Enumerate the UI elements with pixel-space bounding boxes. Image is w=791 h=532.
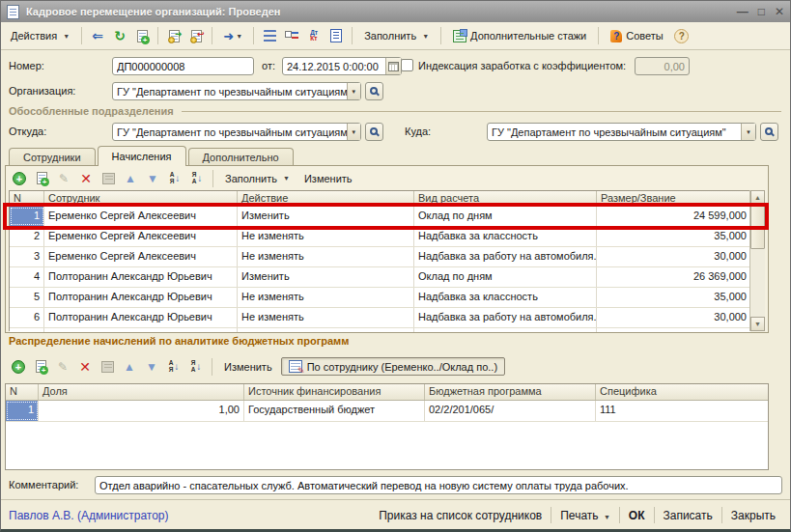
scroll-down-icon[interactable]: ▼ — [750, 317, 765, 331]
post-button[interactable]: ↻ — [110, 26, 129, 45]
scroll-up-icon[interactable]: ▲ — [750, 190, 765, 205]
accruals-table: N Сотрудник Действие Вид расчета Размер/… — [9, 190, 750, 331]
go-to-icon: ➜ — [223, 29, 234, 43]
accruals-change-button[interactable]: Изменить — [298, 170, 358, 187]
table-row[interactable]: 7 — [10, 328, 750, 332]
settings-list-button[interactable] — [282, 26, 301, 45]
move-up-button[interactable]: ▲ — [120, 357, 139, 377]
edit-row-button[interactable]: ✎ — [54, 169, 73, 188]
ok-button[interactable]: ОК — [622, 506, 652, 525]
order-list-button[interactable]: Приказ на список сотрудников — [372, 506, 549, 525]
column-header[interactable]: Бюджетная программа — [425, 384, 596, 400]
organization-combo[interactable]: ГУ "Департамент по чрезвычайным ситуация… — [112, 82, 361, 100]
accruals-scrollbar[interactable]: ▲ ▼ — [749, 190, 765, 331]
minimize-icon[interactable]: — — [737, 5, 749, 18]
column-header[interactable]: N — [10, 191, 44, 206]
sort-desc-button[interactable]: ЯА↓ — [186, 357, 206, 377]
fill-button[interactable]: Заполнить▼ — [358, 27, 435, 44]
tips-button[interactable]: ? Советы — [605, 27, 668, 45]
arrow-up-icon: ▲ — [124, 360, 135, 374]
chevron-down-icon[interactable]: ▼ — [347, 83, 360, 99]
tab[interactable]: Дополнительно — [188, 148, 294, 166]
toolbar-separator — [440, 27, 441, 44]
table-row[interactable]: 3 Еременко Сергей Алексеевич Не изменять… — [10, 247, 750, 267]
scrollbar-thumb[interactable] — [750, 205, 765, 249]
structure-button[interactable] — [260, 26, 279, 45]
tab[interactable]: Сотрудники — [9, 148, 96, 166]
from-search-button[interactable] — [365, 123, 383, 141]
chevron-down-icon: ▼ — [283, 175, 290, 182]
arrow-up-icon: ▲ — [125, 172, 136, 185]
to-combo[interactable]: ГУ "Департамент по чрезвычайным ситуация… — [487, 123, 756, 141]
document-list-icon — [330, 29, 342, 42]
add-row-button[interactable]: + — [10, 169, 29, 188]
column-header[interactable]: Специфика — [596, 384, 768, 400]
add-icon: + — [12, 360, 25, 374]
date-input[interactable]: 24.12.2015 0:00:00 — [282, 57, 402, 75]
list-icon — [264, 30, 276, 42]
maximize-icon[interactable]: □ — [758, 5, 765, 18]
sort-desc-button[interactable]: ЯА↓ — [187, 169, 207, 188]
to-search-button[interactable] — [760, 123, 778, 141]
post-icon: ↻ — [114, 28, 126, 43]
column-header[interactable]: Источник финансирования — [244, 384, 425, 400]
sort-desc-icon: ЯА↓ — [191, 360, 202, 373]
accruals-table-body: 1 Еременко Сергей Алексеевич Изменить Ок… — [10, 207, 750, 332]
chevron-down-icon[interactable]: ▼ — [741, 124, 755, 140]
write-button[interactable]: ⇐ — [88, 26, 107, 45]
indexation-checkbox[interactable] — [401, 59, 413, 71]
column-header[interactable]: Вид расчета — [414, 191, 597, 206]
copy-button[interactable]: + — [132, 26, 152, 45]
table-row[interactable]: 6 Полторанин Александр Юрьевич Не изменя… — [10, 308, 750, 328]
table-row[interactable]: 5 Полторанин Александр Юрьевич Не изменя… — [10, 288, 750, 308]
comment-input[interactable] — [95, 476, 782, 494]
by-employee-toggle[interactable]: По сотруднику (Еременко../Оклад по..) — [281, 357, 505, 376]
move-up-button[interactable]: ▲ — [121, 169, 140, 188]
end-edit-icon — [101, 361, 114, 373]
print-button[interactable]: Печать ▼ — [553, 506, 617, 525]
column-header[interactable]: N — [6, 384, 39, 400]
column-header[interactable]: Размер/Звание — [597, 191, 750, 206]
table-row[interactable]: 2 Еременко Сергей Алексеевич Не изменять… — [10, 227, 750, 247]
table-row[interactable]: 1 Еременко Сергей Алексеевич Изменить Ок… — [10, 207, 750, 227]
move-down-button[interactable]: ▼ — [142, 357, 161, 377]
post-movements-button[interactable]: ➜ — [164, 26, 184, 45]
column-header[interactable]: Действие — [238, 191, 414, 206]
sort-asc-button[interactable]: АЯ↓ — [165, 169, 184, 188]
move-down-button[interactable]: ▼ — [143, 169, 162, 188]
current-user-link[interactable]: Павлов А.В. (Администратор) — [9, 509, 372, 522]
edit-row-button[interactable]: ✎ — [53, 357, 72, 377]
distribution-change-button[interactable]: Изменить — [218, 358, 278, 376]
from-combo[interactable]: ГУ "Департамент по чрезвычайным ситуация… — [112, 123, 361, 141]
number-input[interactable] — [112, 57, 254, 75]
clear-movements-button[interactable]: ↩ — [186, 26, 206, 45]
help-button[interactable]: ? — [672, 26, 692, 45]
column-header[interactable]: Сотрудник — [44, 191, 238, 206]
dtkt-button[interactable]: ДтКт — [304, 26, 324, 45]
chevron-down-icon[interactable]: ▼ — [347, 124, 360, 140]
close-icon[interactable]: ✕ — [775, 5, 784, 18]
tab[interactable]: Начисления — [98, 146, 186, 166]
additional-stages-button[interactable]: Дополнительные стажи — [447, 27, 592, 45]
copy-row-button[interactable]: + — [32, 169, 51, 188]
actions-button[interactable]: Действия▼ — [5, 27, 75, 44]
accruals-fill-button[interactable]: Заполнить▼ — [219, 170, 296, 187]
table-row[interactable]: 1 1,00 Государственный бюджет 02/2/201/0… — [6, 401, 768, 422]
close-button[interactable]: Закрыть — [724, 506, 782, 525]
table-row[interactable]: 4 Полторанин Александр Юрьевич Изменить … — [10, 267, 750, 288]
copy-row-button[interactable]: + — [31, 357, 50, 377]
go-to-button[interactable]: ➜▼ — [218, 26, 247, 45]
number-label: Номер: — [9, 57, 44, 75]
delete-row-button[interactable]: ✕ — [76, 169, 96, 188]
end-edit-button — [99, 169, 118, 188]
chevron-down-icon: ▼ — [604, 514, 610, 520]
copy-icon: + — [137, 30, 148, 42]
document-list-button[interactable] — [326, 26, 346, 45]
delete-row-button[interactable]: ✕ — [75, 357, 95, 377]
calendar-button[interactable] — [385, 58, 401, 74]
column-header[interactable]: Доля — [39, 384, 244, 400]
save-button[interactable]: Записать — [657, 506, 720, 525]
organization-search-button[interactable] — [365, 82, 383, 100]
sort-asc-button[interactable]: АЯ↓ — [164, 357, 184, 377]
add-row-button[interactable]: + — [9, 357, 28, 377]
